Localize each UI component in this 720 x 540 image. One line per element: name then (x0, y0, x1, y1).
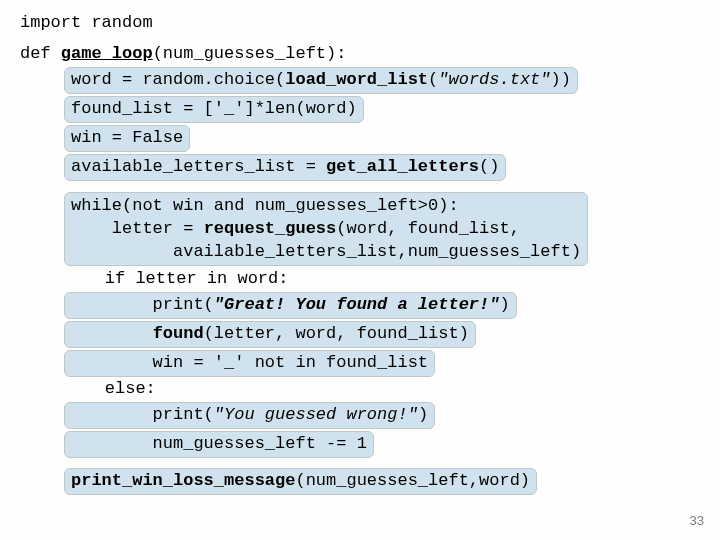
highlight: available_letters_list = get_all_letters… (64, 154, 506, 181)
highlight: found(letter, word, found_list) (64, 321, 476, 348)
highlight-block: while(not win and num_guesses_left>0): l… (64, 192, 588, 267)
code-slide: import random def game_loop(num_guesses_… (0, 0, 720, 496)
highlight: num_guesses_left -= 1 (64, 431, 374, 458)
highlight: found_list = ['_']*len(word) (64, 96, 364, 123)
code-line: def game_loop(num_guesses_left): (20, 43, 700, 66)
highlight: win = False (64, 125, 190, 152)
highlight: print("Great! You found a letter!") (64, 292, 517, 319)
page-number: 33 (690, 512, 704, 530)
highlight: win = '_' not in found_list (64, 350, 435, 377)
highlight: word = random.choice(load_word_list("wor… (64, 67, 578, 94)
code-line: if letter in word: (64, 268, 700, 291)
code-line: import random (20, 12, 700, 35)
code-line: else: (64, 378, 700, 401)
highlight: print_win_loss_message(num_guesses_left,… (64, 468, 537, 495)
highlight: print("You guessed wrong!") (64, 402, 435, 429)
